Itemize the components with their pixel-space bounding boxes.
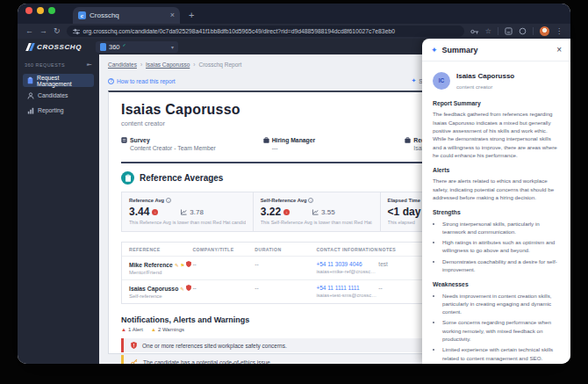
url-text: org.crosschq.com/candidate/0c7da925298a4… [83,28,395,34]
reference-name: Mike Reference [129,262,173,268]
column-header: REFERENCE [129,247,192,252]
crosschq-logo-icon [26,43,34,51]
breadcrumb-candidates[interactable]: Candidates [108,62,137,68]
info-icon[interactable]: i [166,198,171,203]
stat-caption: This Reference Avg is lower than most Re… [129,220,246,225]
stat-value: 3.44 [129,206,149,218]
alert-text: One or more references sited workplace s… [142,343,287,349]
stat-label: Self-Reference Avg [261,198,307,203]
panel-candidate-name: Isaias Caporusso [456,71,514,82]
sidebar: 360 REQUESTS ⇤ Request Management [18,54,99,364]
document-icon [100,43,106,51]
breadcrumb-separator: › [193,62,195,68]
reference-phone-link[interactable]: +54 11 3039 4046 [316,261,362,267]
warning-count: ▲2 Warnings [151,327,184,332]
crosschq-logo[interactable]: CROSSCHQ [26,43,82,51]
list-item: Limited experience with certain technica… [442,345,560,362]
benchmark-chart-icon [181,209,187,215]
sidebar-item-candidates[interactable]: Candidates [23,89,94,102]
stat-caption: This Self-Reference Avg is lower than mo… [261,220,373,225]
close-icon[interactable]: × [556,46,562,54]
briefcase-icon [263,137,269,143]
sidebar-section-label: 360 REQUESTS [25,62,65,68]
stat-label: Elapsed Time [388,198,420,203]
stat-self-reference-avg: Self-Reference Avg i 3.22 ↓ [254,192,381,231]
column-header: CONTACT INFORMATION [316,247,378,252]
reference-email: isaias+test-sms@crossch... [316,293,377,298]
list-item: Needs improvement in content creation sk… [442,292,560,316]
reference-duration: -- [255,285,316,291]
breadcrumb-current: Crosschq Report [198,62,241,68]
chart-icon [27,107,34,114]
breadcrumb-candidate-name[interactable]: Isaias Caporusso [146,62,190,68]
tab-title: Crosschq [90,11,119,19]
sidebar-item-label: Request Management [37,75,90,87]
workspace-label: 360 [109,43,120,51]
key-icon [131,359,138,364]
strengths-heading: Strengths [433,208,560,217]
list-item: Demonstrates coachability and a desire f… [442,257,560,274]
sidebar-item-reporting[interactable]: Reporting [23,104,94,117]
window-close-button[interactable] [25,7,32,14]
window-zoom-button[interactable] [48,7,55,14]
meta-value: Content Creator - Team Member [130,145,263,151]
shield-alert-icon [131,342,137,349]
list-item: High ratings in attributes such as optim… [442,238,560,255]
sidebar-collapse-icon[interactable]: ⇤ [87,62,92,69]
sidebar-item-label: Reporting [38,107,63,113]
list-item: Some concerns regarding performance when… [442,318,560,343]
meta-value: --- [272,145,405,151]
crosschq-favicon-icon: c [78,11,86,19]
back-icon[interactable]: ← [25,27,33,35]
below-benchmark-icon: ↓ [152,209,158,215]
reload-icon[interactable]: ↻ [54,27,61,35]
strengths-list: Strong interpersonal skills, particularl… [433,220,560,274]
window-minimize-button[interactable] [37,7,44,14]
toolbar-divider [498,27,498,35]
pencil-icon: ✎ [175,263,179,268]
question-icon: ? [108,78,114,84]
how-to-read-link[interactable]: ? How to read this report [108,78,176,84]
site-settings-icon[interactable] [73,28,80,35]
new-tab-button[interactable]: + [189,10,194,20]
reference-phone-link[interactable]: +54 11 1111 1111 [316,285,359,291]
password-key-icon[interactable] [470,28,479,35]
check-icon: ✓ [123,42,126,47]
bookmark-star-icon[interactable]: ☆ [485,28,491,35]
desktop-background: c Crosschq × + ← → ↻ org.crosschq.com/ca… [0,0,588,384]
reference-company: -- [192,261,255,267]
stat-reference-avg: Reference Avg i 3.44 ↓ [122,192,254,231]
stat-value: 3.22 [261,206,281,218]
sidebar-item-request-management[interactable]: Request Management [23,74,94,87]
warning-text: The candidate has a potential code-of-et… [143,359,272,365]
browser-menu-icon[interactable]: ⋮ [556,28,563,35]
avatar: IC [433,72,450,90]
browser-tab[interactable]: c Crosschq × [73,7,180,24]
reference-averages-icon [121,171,134,185]
browser-toolbar: ← → ↻ org.crosschq.com/candidate/0c7da92… [18,24,570,39]
downloads-tray-icon[interactable] [505,27,513,35]
shield-alert-icon [186,261,191,267]
stat-value: <1 day [388,206,421,218]
benchmark-chart-icon [312,209,319,215]
window-controls [25,4,55,24]
weaknesses-list: Needs improvement in content creation sk… [433,292,560,362]
below-benchmark-icon: ↓ [283,209,290,215]
info-icon[interactable]: i [308,198,313,203]
report-summary-text: The feedback gathered from references re… [433,110,560,159]
weaknesses-heading: Weaknesses [433,280,560,289]
column-header: COMPANY/TITLE [192,247,255,252]
stat-label: Reference Avg [129,198,164,203]
person-icon [27,92,34,99]
address-bar[interactable]: org.crosschq.com/candidate/0c7da925298a4… [67,25,464,37]
forward-icon[interactable]: → [39,27,47,35]
browser-profile-avatar[interactable] [540,26,549,36]
reference-averages-title: Reference Averages [140,173,223,183]
tab-close-icon[interactable]: × [170,11,175,19]
extensions-icon[interactable] [519,27,527,35]
reference-email: isaias+mike-ref@crosschq... [316,269,377,274]
workspace-selector[interactable]: 360 ✓ ▾ [96,41,178,53]
benchmark-value: 3.78 [190,208,204,216]
sparkle-icon: ✦ [411,77,416,84]
reference-relationship: Mentor/Friend [129,270,192,275]
